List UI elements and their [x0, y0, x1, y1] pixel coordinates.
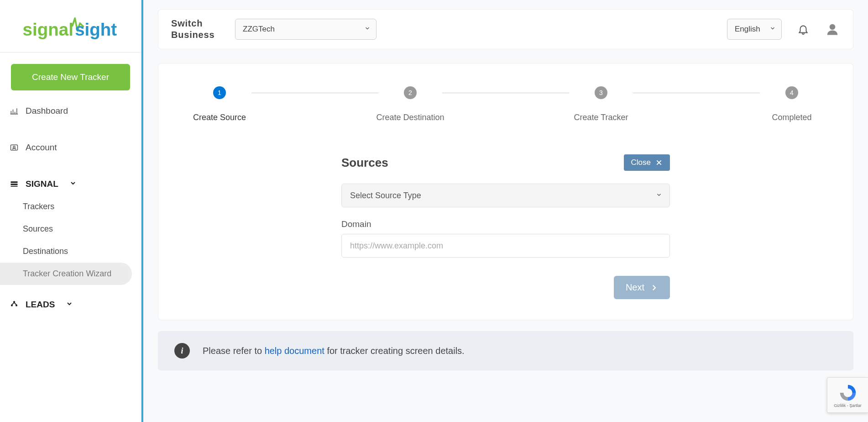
step-connector	[251, 93, 378, 93]
step-number: 3	[595, 86, 607, 99]
sidebar-item-trackers[interactable]: Trackers	[0, 195, 141, 218]
svg-point-14	[16, 305, 17, 306]
step-label: Completed	[772, 113, 811, 122]
nav-label: Dashboard	[26, 106, 68, 116]
topbar: Switch Business ZZGTech English	[158, 9, 853, 49]
nav-dashboard[interactable]: Dashboard	[0, 100, 141, 122]
next-button[interactable]: Next	[614, 276, 670, 299]
chevron-right-icon	[650, 284, 658, 292]
chevron-down-icon	[364, 25, 371, 34]
close-button[interactable]: Close	[624, 154, 670, 171]
help-document-link[interactable]: help document	[265, 346, 324, 356]
step-1: 1 Create Source	[188, 86, 251, 122]
wizard-steps: 1 Create Source 2 Create Destination 3 C…	[188, 86, 824, 122]
step-label: Create Destination	[376, 113, 444, 122]
step-3: 3 Create Tracker	[569, 86, 633, 122]
chevron-down-icon	[66, 300, 73, 310]
info-text-post: for tracker creating screen details.	[324, 346, 465, 356]
switch-business-label: Switch Business	[171, 18, 221, 41]
sidebar-item-destinations[interactable]: Destinations	[0, 240, 141, 263]
step-connector	[633, 93, 760, 93]
wizard-card: 1 Create Source 2 Create Destination 3 C…	[158, 63, 853, 320]
recaptcha-icon	[837, 382, 858, 403]
chevron-down-icon	[769, 25, 776, 34]
close-icon	[655, 159, 663, 166]
step-number: 2	[404, 86, 417, 99]
nav-label: SIGNAL	[26, 179, 58, 189]
dashboard-icon	[9, 106, 19, 116]
form-title: Sources	[341, 156, 388, 170]
user-icon	[826, 22, 839, 36]
logo: signal sight	[0, 0, 141, 53]
info-icon: i	[174, 343, 190, 359]
sidebar-item-sources[interactable]: Sources	[0, 218, 141, 240]
step-4: 4 Completed	[760, 86, 824, 122]
svg-line-16	[14, 303, 16, 305]
nav-account[interactable]: Account	[0, 136, 141, 159]
create-new-tracker-button[interactable]: Create New Tracker	[11, 64, 130, 90]
info-text-pre: Please refer to	[203, 346, 265, 356]
select-value: ZZGTech	[243, 25, 275, 34]
account-icon	[9, 142, 19, 153]
chevron-down-icon	[69, 179, 77, 189]
recaptcha-badge: Gizlilik - Şartlar	[827, 377, 868, 413]
svg-text:signal: signal	[22, 20, 73, 39]
button-label: Next	[626, 282, 644, 293]
step-2: 2 Create Destination	[378, 86, 442, 122]
leads-icon	[9, 300, 19, 310]
bell-icon	[797, 23, 809, 35]
nav-label: Account	[26, 142, 57, 153]
svg-point-8	[13, 146, 15, 148]
profile-button[interactable]	[825, 21, 840, 37]
info-bar: i Please refer to help document for trac…	[158, 331, 853, 370]
svg-point-12	[13, 301, 15, 303]
sidebar-item-tracker-wizard[interactable]: Tracker Creation Wizard	[0, 263, 132, 285]
nav-signal[interactable]: SIGNAL	[0, 173, 141, 195]
step-label: Create Source	[193, 113, 246, 122]
svg-text:sight: sight	[75, 20, 117, 39]
sidebar: signal sight Create New Tracker Dashboar…	[0, 0, 141, 422]
select-placeholder: Select Source Type	[350, 191, 421, 200]
domain-label: Domain	[341, 219, 670, 229]
step-connector	[442, 93, 569, 93]
notifications-button[interactable]	[795, 21, 811, 37]
svg-rect-9	[11, 181, 18, 183]
chevron-down-icon	[656, 191, 662, 200]
button-label: Close	[631, 158, 651, 167]
nav-label: LEADS	[26, 300, 55, 310]
info-text: Please refer to help document for tracke…	[203, 346, 465, 356]
recaptcha-caption: Gizlilik - Şartlar	[834, 403, 862, 408]
step-number: 4	[785, 86, 798, 99]
signal-icon	[9, 179, 19, 189]
main-content: Switch Business ZZGTech English	[141, 0, 868, 422]
source-form: Sources Close Select Source Type Domain …	[341, 154, 670, 299]
step-number: 1	[213, 86, 226, 99]
svg-rect-10	[11, 184, 18, 185]
svg-rect-11	[11, 186, 18, 187]
domain-input[interactable]	[341, 234, 670, 258]
source-type-select[interactable]: Select Source Type	[341, 184, 670, 207]
step-label: Create Tracker	[574, 113, 628, 122]
svg-point-17	[830, 24, 836, 30]
language-select[interactable]: English	[727, 19, 782, 40]
nav-leads[interactable]: LEADS	[0, 293, 141, 316]
svg-rect-7	[11, 145, 18, 150]
business-select[interactable]: ZZGTech	[235, 19, 376, 40]
svg-line-15	[12, 303, 14, 305]
svg-point-13	[11, 305, 13, 306]
select-value: English	[735, 25, 760, 34]
